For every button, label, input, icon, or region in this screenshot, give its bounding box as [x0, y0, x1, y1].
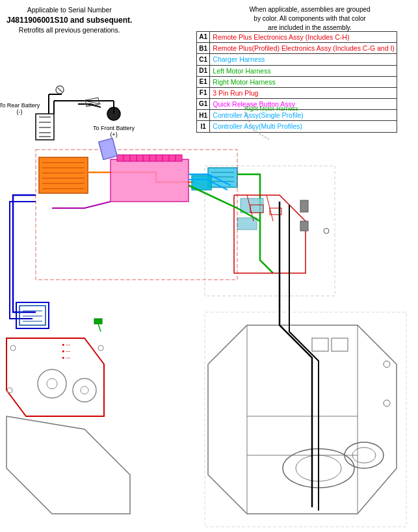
- svg-rect-28: [111, 159, 189, 202]
- svg-line-87: [254, 130, 270, 140]
- svg-rect-6: [36, 114, 54, 140]
- svg-point-60: [73, 379, 96, 402]
- svg-text:● —: ● —: [62, 349, 70, 353]
- svg-rect-54: [16, 302, 49, 328]
- svg-text:● —: ● —: [62, 355, 70, 360]
- svg-rect-45: [241, 198, 263, 213]
- svg-point-81: [384, 400, 390, 406]
- svg-rect-68: [94, 319, 102, 324]
- svg-point-59: [47, 379, 57, 389]
- svg-text:(-): (-): [17, 109, 23, 115]
- diagram-area: To Rear Battery (-) To Front Battery (+): [0, 0, 418, 532]
- svg-rect-46: [237, 218, 257, 230]
- svg-point-63: [98, 345, 103, 351]
- svg-rect-51: [300, 200, 308, 212]
- svg-point-53: [324, 228, 329, 233]
- svg-text:To Front Battery: To Front Battery: [93, 125, 135, 131]
- svg-text:Right Motor Harness: Right Motor Harness: [244, 105, 298, 112]
- svg-rect-78: [312, 338, 328, 351]
- svg-text:(+): (+): [110, 131, 117, 138]
- page-container: Applicable to Serial Number J4811906001S…: [0, 0, 418, 532]
- svg-point-64: [7, 388, 12, 393]
- svg-line-86: [244, 112, 254, 130]
- svg-point-58: [38, 369, 66, 398]
- svg-text:● —: ● —: [62, 342, 70, 347]
- svg-rect-39: [208, 168, 237, 187]
- svg-point-80: [384, 361, 390, 367]
- svg-rect-85: [99, 139, 117, 160]
- svg-point-62: [10, 345, 16, 351]
- svg-line-3: [58, 88, 62, 92]
- svg-text:To Rear Battery: To Rear Battery: [0, 102, 40, 109]
- svg-rect-52: [300, 221, 308, 231]
- svg-point-61: [81, 386, 88, 394]
- svg-line-69: [98, 324, 101, 332]
- svg-rect-79: [332, 338, 348, 351]
